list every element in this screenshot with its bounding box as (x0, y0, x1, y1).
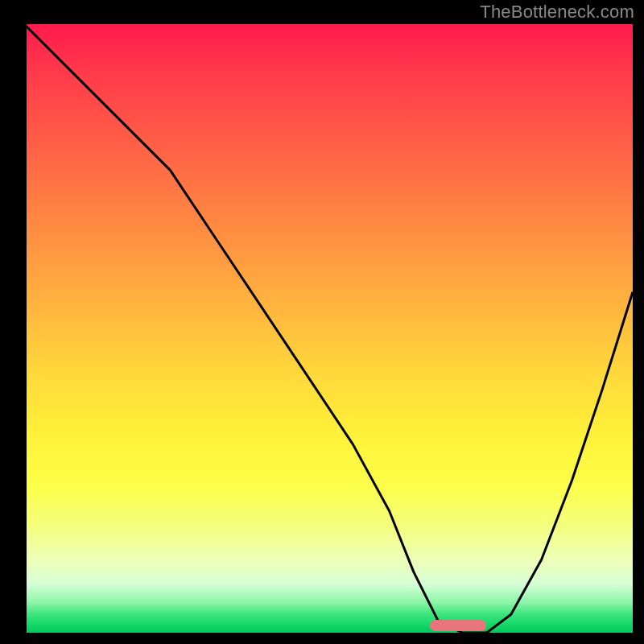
optimal-range-marker (430, 620, 486, 631)
plot-area (24, 24, 633, 633)
watermark-text: TheBottleneck.com (480, 2, 634, 23)
bottleneck-curve (24, 24, 633, 633)
y-axis (22, 22, 27, 635)
x-axis (22, 633, 635, 638)
